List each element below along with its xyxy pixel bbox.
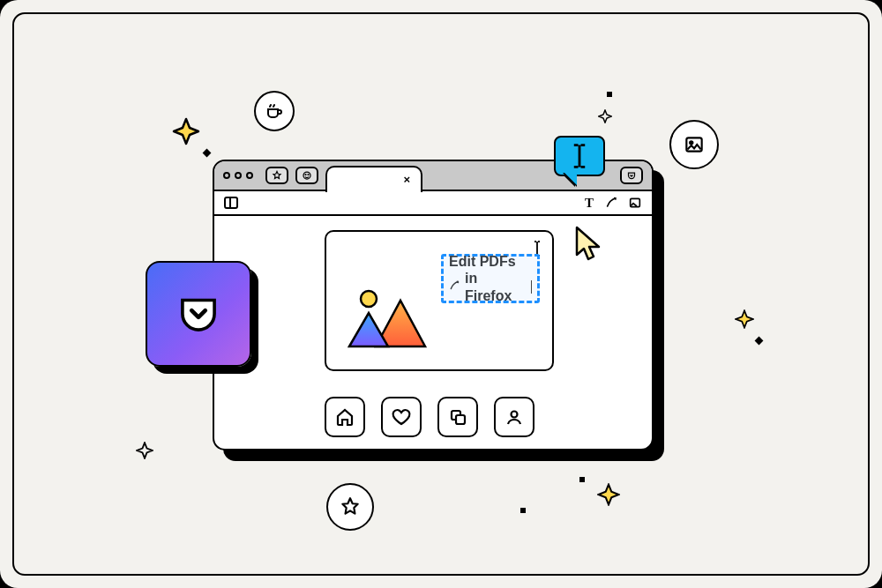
traffic-lights[interactable] (223, 172, 253, 179)
text-tool-icon[interactable]: T (581, 195, 597, 211)
document-preview[interactable]: Edit PDFs in Firefox (325, 230, 554, 371)
profile-button[interactable] (494, 397, 534, 437)
decoration-dot (579, 477, 585, 482)
tab-button-emoji[interactable] (295, 167, 318, 184)
active-tab[interactable]: × (325, 166, 422, 192)
pocket-tile[interactable] (146, 261, 251, 367)
text-caret (531, 280, 532, 294)
home-button[interactable] (325, 397, 365, 437)
sparkle-icon (172, 117, 200, 145)
insert-image-icon[interactable] (627, 195, 643, 211)
decoration-dots (671, 227, 773, 229)
edit-text-line1: Edit PDFs (449, 253, 516, 270)
sidebar-toggle-icon[interactable] (223, 195, 239, 211)
text-tool-callout (554, 136, 605, 176)
close-icon[interactable]: × (403, 173, 410, 186)
coffee-icon (254, 91, 295, 131)
sparkle-icon (598, 109, 612, 123)
toolbar: T (214, 191, 652, 216)
decoration-dot (607, 92, 612, 97)
svg-point-9 (512, 412, 518, 418)
sparkle-icon (735, 309, 754, 329)
image-icon (669, 120, 719, 169)
heart-button[interactable] (381, 397, 422, 437)
mouse-cursor-icon (573, 225, 605, 267)
decoration-dots (108, 402, 210, 404)
tab-button-pocket[interactable] (620, 167, 643, 184)
browser-window: × T (213, 160, 654, 450)
mountains-illustration (342, 288, 439, 354)
decoration-dot (520, 508, 526, 513)
tab-button-star[interactable] (265, 167, 288, 184)
svg-rect-8 (456, 415, 465, 424)
sparkle-icon (136, 442, 153, 459)
copy-button[interactable] (437, 397, 478, 437)
decoration-dots (108, 412, 210, 413)
svg-point-1 (690, 141, 692, 144)
pen-icon (449, 279, 461, 295)
draw-tool-icon[interactable] (604, 195, 620, 211)
action-buttons (325, 397, 534, 437)
svg-point-3 (305, 175, 306, 175)
svg-point-4 (308, 175, 309, 175)
sparkle-icon (597, 483, 620, 506)
text-selection-box[interactable]: Edit PDFs in Firefox (441, 254, 540, 303)
edit-text-line2: in Firefox (465, 270, 526, 303)
decoration-dots (110, 218, 212, 220)
decoration-dots (671, 354, 751, 355)
svg-point-6 (361, 291, 377, 307)
decoration-dots (671, 218, 773, 220)
star-icon (326, 483, 374, 531)
